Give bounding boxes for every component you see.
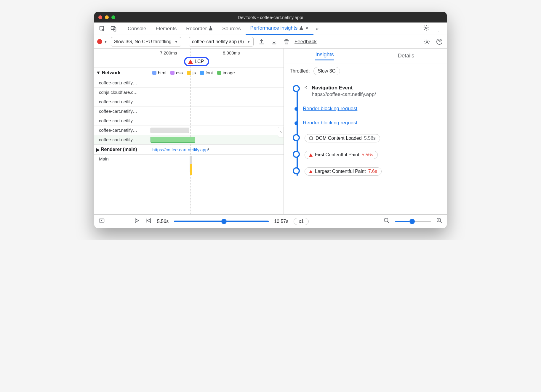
flask-icon [299,25,303,32]
warning-triangle-icon [188,60,193,64]
swatch-html [152,71,156,75]
throttled-label: Throttled: [290,68,310,74]
close-tab-icon[interactable]: ✕ [305,26,309,30]
screenshot-toggle-icon[interactable] [98,217,105,225]
network-row[interactable]: coffee-cart.netlify… [94,126,284,135]
insights-tab-label: Insights [315,52,334,60]
network-row[interactable]: coffee-cart.netlify… [94,135,284,144]
dcl-pill[interactable]: DOM Content Loaded 5.56s [305,134,380,142]
rewind-icon[interactable] [145,217,152,225]
request-bar[interactable] [151,128,189,133]
time-ruler[interactable]: 7,200ms 8,000ms LCP [94,49,284,68]
expand-pane-button[interactable]: › [278,127,284,137]
help-icon[interactable] [435,38,444,45]
url-slash: / [208,147,209,152]
network-row[interactable]: cdnjs.cloudflare.c… [94,88,284,97]
event-navigation[interactable]: < Navigation Event https://coffee-cart.n… [293,85,440,97]
kebab-menu-icon[interactable]: ⋮ [433,25,444,32]
event-render-blocking[interactable]: Render blocking request [293,106,440,112]
panel-tabs: Console Elements Recorder Sources Perfor… [94,23,447,35]
render-blocking-link[interactable]: Render blocking request [303,120,357,126]
svg-point-3 [425,27,427,29]
render-blocking-link[interactable]: Render blocking request [303,106,357,111]
svg-point-7 [101,220,102,221]
devtools-window: DevTools - coffee-cart.netlify.app/ Cons… [94,12,447,228]
titlebar: DevTools - coffee-cart.netlify.app/ [94,12,447,23]
feedback-link[interactable]: Feedback [294,39,317,45]
delete-icon[interactable] [282,38,291,45]
page-select-label: coffee-cart.netlify.app (9) [192,39,244,44]
inspect-icon[interactable] [97,25,108,32]
url-link: https://coffee-cart.netlify.app [152,147,208,152]
tab-console[interactable]: Console [123,23,151,35]
tab-performance-insights[interactable]: Performance insights ✕ [246,23,314,35]
row-label: coffee-cart.netlify… [94,109,151,114]
zoom-slider[interactable] [395,221,431,222]
event-dcl[interactable]: DOM Content Loaded 5.56s [293,134,440,142]
main-track[interactable] [151,155,284,190]
nav-url: https://coffee-cart.netlify.app/ [312,91,440,97]
renderer-url[interactable]: https://coffee-cart.netlify.app/ [151,147,284,152]
network-row[interactable]: coffee-cart.netlify… [94,97,284,107]
tab-recorder-label: Recorder [186,26,207,32]
svg-point-4 [426,41,428,43]
zoom-knob[interactable] [409,219,415,224]
separator [185,38,185,46]
throttling-select[interactable]: Slow 3G, No CPU throttling ▼ [111,37,181,46]
legend-font: font [206,70,213,75]
record-button[interactable]: ▼ [97,39,107,44]
tick-label: 7,200ms [160,50,177,55]
throttling-label: Slow 3G, No CPU throttling [114,39,172,44]
tab-recorder[interactable]: Recorder [181,23,217,35]
network-row[interactable]: coffee-cart.netlify… [94,78,284,88]
throttled-value-pill[interactable]: Slow 3G [313,67,340,75]
timeline-pane: 7,200ms 8,000ms LCP ▼ Network html css j… [94,49,284,214]
settings-icon[interactable] [420,25,433,33]
circle-icon [309,136,313,140]
time-slider[interactable] [174,221,269,222]
zoom-in-icon[interactable] [436,217,443,225]
network-section-toggle[interactable]: ▼ Network [94,70,151,75]
timeline-node-icon [293,134,300,141]
tab-sources[interactable]: Sources [217,23,245,35]
timeline-axis [297,89,298,176]
more-tabs-icon[interactable]: » [313,26,321,32]
throttled-row: Throttled: Slow 3G [284,63,447,79]
task-block[interactable] [190,164,192,175]
event-render-blocking[interactable]: Render blocking request [293,120,440,126]
right-tabs: Insights Details [284,49,447,63]
row-label: coffee-cart.netlify… [94,128,151,133]
lcp-label: LCP [195,59,204,64]
export-icon[interactable] [257,38,266,45]
network-row[interactable]: coffee-cart.netlify… [94,107,284,116]
event-lcp[interactable]: Largest Contentful Paint 7.6s [293,167,440,176]
zoom-out-icon[interactable] [383,217,390,225]
speed-pill[interactable]: x1 [294,218,309,225]
device-toggle-icon[interactable] [108,25,119,32]
request-bar[interactable] [151,137,195,143]
lcp-pill[interactable]: Largest Contentful Paint 7.6s [305,167,382,176]
lcp-marker[interactable]: LCP [184,57,209,66]
fcp-pill[interactable]: First Contentful Paint 5.56s [305,151,378,159]
warning-triangle-icon [309,153,313,157]
play-icon[interactable] [133,217,140,225]
tab-insights[interactable]: Insights [284,49,365,63]
network-label: Network [102,70,121,75]
row-label: coffee-cart.netlify… [94,99,151,104]
details-tab-label: Details [398,53,414,59]
network-row[interactable]: coffee-cart.netlify… [94,116,284,126]
timeline-node-icon [293,85,300,92]
slider-knob[interactable] [221,219,227,224]
nav-title: Navigation Event [312,85,440,91]
import-icon[interactable] [270,38,278,45]
content-area: 7,200ms 8,000ms LCP ▼ Network html css j… [94,49,447,214]
dropdown-caret-icon[interactable]: ▼ [104,40,107,44]
row-label: coffee-cart.netlify… [94,118,151,123]
page-select[interactable]: coffee-cart.netlify.app (9) ▼ [189,37,254,46]
tab-details[interactable]: Details [365,49,447,63]
fcp-value: 5.56s [361,152,373,158]
panel-settings-icon[interactable] [422,38,431,45]
event-fcp[interactable]: First Contentful Paint 5.56s [293,151,440,159]
renderer-toggle[interactable]: ▶ Renderer (main) [94,147,151,152]
tab-elements[interactable]: Elements [151,23,181,35]
